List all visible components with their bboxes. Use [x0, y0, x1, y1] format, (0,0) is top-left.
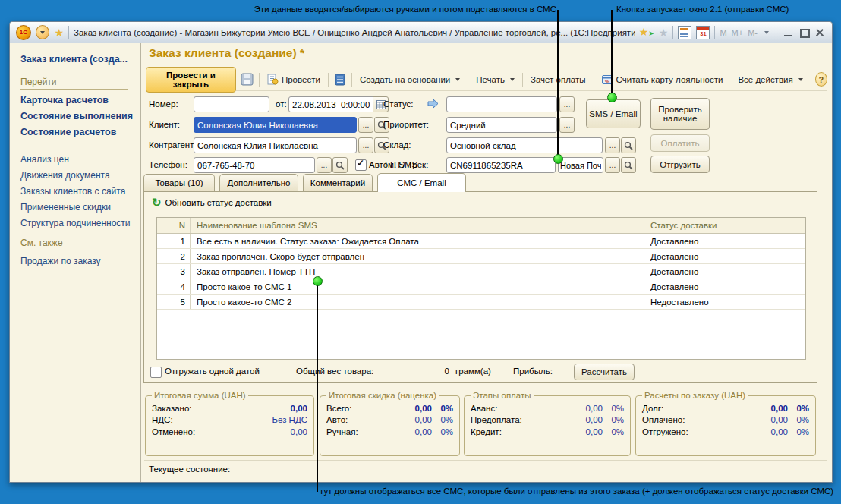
- toolbar-divider: [328, 73, 329, 87]
- sms-email-button[interactable]: SMS / Email: [586, 99, 641, 128]
- tab-bar: Товары (10) Дополнительно Комментарий СМ…: [143, 173, 827, 191]
- maximize-button[interactable]: [798, 27, 810, 38]
- help-button[interactable]: ?: [815, 72, 827, 87]
- table-row[interactable]: 4 Просто какое-то СМС 1 Доставлено: [157, 279, 805, 295]
- sidebar-item-applied-discounts[interactable]: Примененные скидки: [20, 202, 140, 213]
- ship-single-date-checkbox[interactable]: [150, 367, 162, 378]
- warehouse-input[interactable]: [446, 137, 603, 153]
- phone-select-button[interactable]: ...: [317, 157, 332, 173]
- memory-m-button[interactable]: M: [720, 28, 726, 37]
- main-menu-button[interactable]: [36, 25, 50, 39]
- sidebar-item-order-title[interactable]: Заказ клиента (созда...: [20, 54, 140, 65]
- paid-value: 0,00: [739, 415, 788, 424]
- annotation-dot-sms-table: [313, 276, 323, 286]
- date-from-label: от:: [276, 99, 287, 109]
- memory-m-minus-button[interactable]: M-: [748, 28, 758, 37]
- titlebar-divider: [714, 26, 715, 39]
- status-select-button[interactable]: ...: [559, 96, 575, 112]
- tab-sms-email[interactable]: СМС / Email: [377, 173, 466, 192]
- list-icon[interactable]: [332, 71, 348, 88]
- column-header-template-name[interactable]: Наименование шаблона SMS: [191, 218, 644, 233]
- toolbar-divider: [594, 73, 594, 87]
- annotation-dot-ttn: [553, 154, 563, 164]
- app-window: 1С ★ Заказ клиента (создание) - Магазин …: [9, 21, 833, 483]
- discount-manual-label: Ручная:: [326, 427, 383, 436]
- priority-input[interactable]: [446, 117, 557, 133]
- number-input[interactable]: [194, 96, 269, 112]
- print-button[interactable]: Печать: [472, 73, 518, 87]
- client-select-button[interactable]: ...: [358, 117, 373, 133]
- phone-label: Телефон:: [149, 160, 187, 169]
- status-input[interactable]: [446, 96, 557, 112]
- toolbar-overflow-icon[interactable]: [764, 31, 769, 34]
- shipped-pct: 0%: [788, 427, 809, 436]
- cell-n: 4: [157, 279, 191, 294]
- cancelled-value: 0,00: [224, 427, 307, 436]
- check-availability-button[interactable]: Проверить наличие: [650, 98, 710, 130]
- status-arrow-icon[interactable]: [427, 98, 440, 110]
- total-weight-value: 0: [431, 367, 449, 376]
- annotation-top-left: Эти данные вводятся/выбираются ручками и…: [254, 5, 556, 14]
- weight-unit-label: грамм(а): [455, 367, 491, 376]
- sidebar-item-sales-by-order[interactable]: Продажи по заказу: [20, 256, 140, 266]
- table-row[interactable]: 5 Просто какое-то СМС 2 Недоставлено: [157, 295, 805, 310]
- post-icon: [267, 74, 279, 85]
- add-favorite-icon[interactable]: ★➤: [639, 27, 654, 39]
- calculator-icon[interactable]: [678, 26, 691, 39]
- post-and-close-button[interactable]: Провести и закрыть: [146, 67, 236, 93]
- column-header-delivery-status[interactable]: Статус доставки: [644, 218, 805, 233]
- calendar-icon[interactable]: 31: [696, 26, 710, 39]
- sidebar-item-settlement-state[interactable]: Состояние расчетов: [20, 127, 140, 137]
- cell-template-name: Просто какое-то СМС 2: [191, 295, 644, 309]
- sms-table: N Наименование шаблона SMS Статус достав…: [156, 217, 806, 360]
- sidebar-item-document-movements[interactable]: Движения документа: [20, 170, 140, 181]
- ship-button[interactable]: Отгрузить: [650, 156, 710, 173]
- priority-select-button[interactable]: ...: [559, 117, 575, 133]
- minimize-button[interactable]: [783, 27, 794, 38]
- close-button[interactable]: [814, 27, 826, 38]
- table-row[interactable]: 1 Все есть в наличии. Статус заказа: Ожи…: [157, 234, 805, 249]
- warehouse-open-button[interactable]: [621, 137, 636, 153]
- tab-comment[interactable]: Комментарий: [303, 174, 373, 191]
- table-row[interactable]: 2 Заказ проплачен. Скоро будет отправлен…: [157, 249, 805, 264]
- warehouse-select-button[interactable]: ...: [605, 137, 620, 153]
- sms-tab-footer: Отгружать одной датой Общий вес товара: …: [144, 364, 817, 382]
- tab-additional[interactable]: Дополнительно: [219, 174, 298, 191]
- client-input[interactable]: [194, 117, 357, 133]
- contractor-input[interactable]: [194, 137, 357, 153]
- sidebar-item-price-analysis[interactable]: Анализ цен: [20, 154, 140, 165]
- sidebar-item-execution-state[interactable]: Состояние выполнения: [20, 111, 140, 121]
- sidebar-item-site-orders[interactable]: Заказы клиентов с сайта: [20, 186, 140, 197]
- calculate-button[interactable]: Рассчитать: [574, 364, 635, 380]
- post-button[interactable]: Провести: [263, 71, 324, 87]
- ttn-input[interactable]: [446, 157, 556, 173]
- history-star-icon[interactable]: ★: [659, 27, 669, 38]
- refresh-delivery-status-label: Обновить статус доставки: [165, 198, 272, 207]
- sidebar-item-subordination-structure[interactable]: Структура подчиненности: [20, 218, 140, 228]
- date-input[interactable]: [288, 96, 373, 112]
- favorites-star-icon[interactable]: ★: [54, 27, 64, 38]
- memory-m-plus-button[interactable]: M+: [732, 28, 744, 37]
- order-settlements-legend: Расчеты по заказу (UAH): [642, 391, 748, 400]
- carrier-select-button[interactable]: ...: [605, 157, 620, 173]
- tab-goods[interactable]: Товары (10): [143, 174, 215, 191]
- field-row-number: Номер: от: Статус: ...: [149, 96, 829, 115]
- create-based-on-button[interactable]: Создать на основании: [356, 73, 464, 87]
- carrier-input[interactable]: [558, 157, 603, 173]
- all-actions-button[interactable]: Все действия: [734, 73, 806, 87]
- post-button-label: Провести: [282, 75, 320, 84]
- carrier-open-button[interactable]: [621, 157, 636, 173]
- auto-sms-checkbox[interactable]: [355, 159, 367, 171]
- save-icon[interactable]: [240, 71, 255, 88]
- sidebar-item-settlement-card[interactable]: Карточка расчетов: [20, 95, 140, 106]
- phone-input[interactable]: [194, 157, 315, 173]
- refresh-delivery-status-button[interactable]: ↻ Обновить статус доставки: [152, 197, 272, 207]
- discount-total-value: 0,00: [383, 404, 432, 413]
- pay-button[interactable]: Оплатить: [650, 134, 710, 152]
- contractor-select-button[interactable]: ...: [358, 137, 373, 153]
- table-row[interactable]: 3 Заказ отправлен. Номер ТТН Доставлено: [157, 264, 805, 279]
- column-header-n[interactable]: N: [157, 218, 191, 233]
- ship-single-date-label: Отгружать одной датой: [165, 367, 260, 376]
- phone-open-button[interactable]: [332, 157, 348, 173]
- read-loyalty-card-button[interactable]: % Считать карту лояльности: [598, 73, 727, 87]
